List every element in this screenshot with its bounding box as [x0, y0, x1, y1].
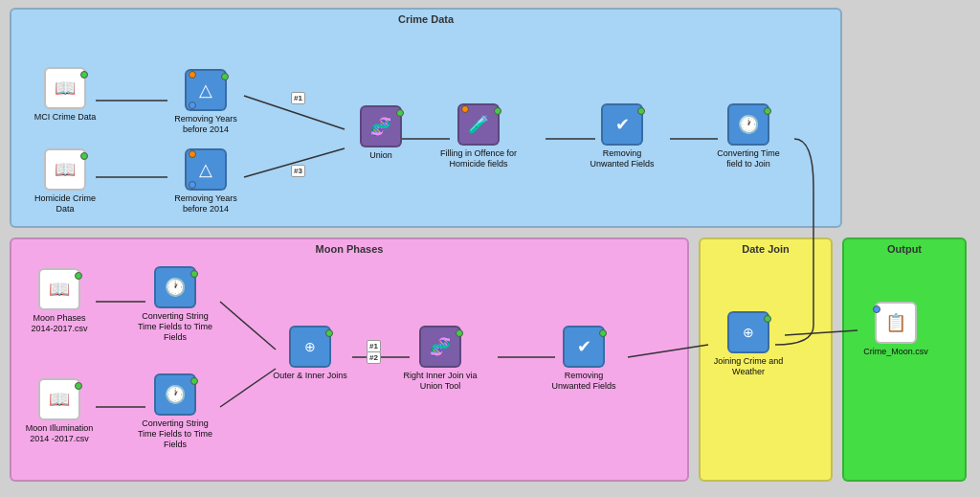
moon-phases-csv-icon: 📖 [38, 268, 80, 310]
removing-years-2-icon: △ [185, 148, 227, 191]
joining-crime-weather-label: Joining Crime and Weather [710, 356, 787, 377]
crime-data-label: Crime Data [11, 13, 840, 25]
badge-1-2-bot: #2 [367, 351, 381, 364]
moon-illumination-csv-label: Moon Illumination 2014 -2017.csv [21, 423, 98, 444]
removing-years-1-icon: △ [185, 69, 227, 111]
right-inner-join-label: Right Inner Join via Union Tool [402, 371, 479, 392]
right-inner-join-icon: 🧬 [419, 326, 461, 368]
node-converting-time[interactable]: 🕐 Converting Time field to Join [710, 103, 787, 169]
node-outer-inner-joins[interactable]: ⊕ Outer & Inner Joins [272, 326, 348, 381]
output-group: Output [842, 237, 967, 482]
removing-unwanted-2-icon: ✔ [563, 326, 605, 368]
node-moon-illumination-csv[interactable]: 📖 Moon Illumination 2014 -2017.csv [21, 378, 98, 444]
joining-crime-weather-icon: ⊕ [727, 311, 769, 353]
node-mci-crime-data[interactable]: 📖 MCI Crime Data [27, 67, 103, 123]
node-converting-string-2[interactable]: 🕐 Converting String Time Fields to Time … [137, 373, 213, 449]
node-removing-unwanted-2[interactable]: ✔ Removing Unwanted Fields [546, 326, 622, 392]
converting-time-icon: 🕐 [727, 103, 769, 146]
moon-illumination-csv-icon: 📖 [38, 378, 80, 420]
node-homicide-crime-data[interactable]: 📖 Homicide Crime Data [27, 148, 103, 215]
node-filling-offence[interactable]: 🧪 Filling in Offence for Homicide fields [440, 103, 517, 169]
converting-string-1-label: Converting String Time Fields to Time Fi… [137, 311, 213, 342]
badge-1: #1 [291, 92, 305, 104]
homicide-crime-data-label: Homicide Crime Data [27, 193, 103, 215]
homicide-crime-data-icon: 📖 [44, 148, 86, 191]
removing-unwanted-1-label: Removing Unwanted Fields [584, 148, 660, 169]
node-converting-string-1[interactable]: 🕐 Converting String Time Fields to Time … [137, 266, 213, 342]
converting-string-1-icon: 🕐 [154, 266, 196, 308]
union-label: Union [369, 150, 392, 161]
filling-offence-label: Filling in Offence for Homicide fields [440, 148, 517, 169]
removing-years-2-label: Removing Years before 2014 [167, 193, 244, 215]
moon-phases-csv-label: Moon Phases 2014-2017.csv [21, 313, 98, 334]
node-right-inner-join[interactable]: 🧬 Right Inner Join via Union Tool [402, 326, 479, 392]
moon-phases-label: Moon Phases [11, 243, 687, 255]
mci-crime-data-label: MCI Crime Data [34, 112, 97, 123]
crime-moon-csv-label: Crime_Moon.csv [863, 347, 928, 357]
removing-unwanted-2-label: Removing Unwanted Fields [546, 371, 622, 392]
node-union[interactable]: 🧬 Union [343, 105, 419, 161]
converting-string-2-icon: 🕐 [154, 373, 196, 416]
output-label: Output [844, 243, 965, 255]
converting-string-2-label: Converting String Time Fields to Time Fi… [137, 418, 213, 449]
node-removing-unwanted-1[interactable]: ✔ Removing Unwanted Fields [584, 103, 660, 169]
node-removing-years-2[interactable]: △ Removing Years before 2014 [167, 148, 244, 215]
outer-inner-joins-icon: ⊕ [289, 326, 331, 368]
node-joining-crime-weather[interactable]: ⊕ Joining Crime and Weather [710, 311, 787, 377]
mci-crime-data-icon: 📖 [44, 67, 86, 109]
node-removing-years-1[interactable]: △ Removing Years before 2014 [167, 69, 244, 135]
canvas: Crime Data Moon Phases Date Join Output [0, 0, 980, 497]
removing-years-1-label: Removing Years before 2014 [167, 114, 244, 135]
crime-moon-csv-icon: 📋 [875, 302, 917, 344]
converting-time-label: Converting Time field to Join [710, 148, 787, 169]
outer-inner-joins-label: Outer & Inner Joins [273, 371, 347, 381]
filling-offence-icon: 🧪 [457, 103, 500, 146]
removing-unwanted-1-icon: ✔ [601, 103, 643, 146]
node-crime-moon-csv[interactable]: 📋 Crime_Moon.csv [858, 302, 934, 357]
union-icon: 🧬 [360, 105, 402, 147]
node-moon-phases-csv[interactable]: 📖 Moon Phases 2014-2017.csv [21, 268, 98, 334]
badge-3: #3 [291, 165, 305, 177]
date-join-label: Date Join [701, 243, 831, 255]
